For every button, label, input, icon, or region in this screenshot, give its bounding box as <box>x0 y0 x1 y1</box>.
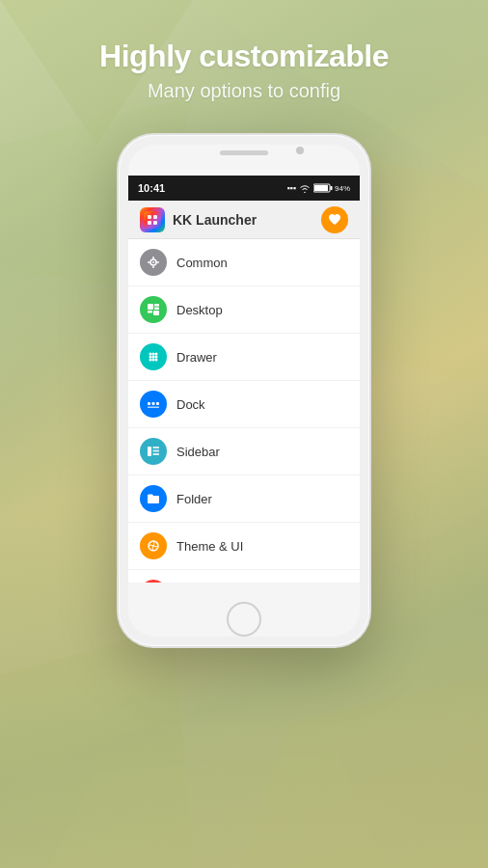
app-header-left: KK Launcher <box>140 207 257 232</box>
app-title: KK Launcher <box>173 212 257 228</box>
svg-rect-37 <box>156 402 159 405</box>
desktop-label: Desktop <box>176 303 223 317</box>
svg-rect-12 <box>153 215 157 219</box>
menu-item-drawer[interactable]: Drawer <box>128 334 360 381</box>
svg-rect-11 <box>148 215 151 219</box>
svg-point-27 <box>152 353 155 356</box>
svg-point-16 <box>152 261 154 263</box>
heart-icon[interactable] <box>321 206 348 233</box>
wifi-icon <box>299 183 311 193</box>
theme-icon <box>140 532 167 559</box>
svg-rect-21 <box>148 304 153 310</box>
phone-frame: 10:41 ▪▪▪ <box>119 135 369 646</box>
menu-list: CommonDesktopDrawerDockSidebarFolderThem… <box>128 239 360 583</box>
svg-point-33 <box>152 359 155 362</box>
dock-icon <box>140 391 167 418</box>
phone-speaker <box>220 150 268 155</box>
sidebar-label: Sidebar <box>176 445 220 459</box>
svg-rect-8 <box>330 186 332 190</box>
svg-rect-35 <box>148 402 150 405</box>
menu-item-sidebar[interactable]: Sidebar <box>128 428 360 475</box>
common-label: Common <box>176 256 228 270</box>
signal-icon: ▪▪▪ <box>286 183 296 193</box>
svg-point-31 <box>155 356 158 359</box>
svg-rect-36 <box>152 402 155 405</box>
battery-icon: 94% <box>313 183 350 193</box>
menu-item-desktop[interactable]: Desktop <box>128 286 360 334</box>
svg-point-29 <box>149 356 152 359</box>
svg-point-28 <box>155 353 158 356</box>
svg-point-30 <box>152 356 155 359</box>
dock-label: Dock <box>176 397 205 412</box>
menu-item-unread[interactable]: 3Unread Counts <box>128 570 360 583</box>
svg-rect-39 <box>148 447 151 456</box>
svg-rect-38 <box>148 407 159 409</box>
menu-item-theme[interactable]: Theme & UI <box>128 523 360 570</box>
common-icon <box>140 249 167 276</box>
svg-rect-42 <box>153 453 160 455</box>
svg-point-34 <box>155 359 158 362</box>
unread-icon: 3 <box>140 580 167 583</box>
menu-item-folder[interactable]: Folder <box>128 475 360 523</box>
drawer-label: Drawer <box>176 350 217 365</box>
svg-rect-9 <box>314 185 328 191</box>
drawer-icon <box>140 343 167 370</box>
header-area: Highly customizable Many options to conf… <box>0 39 488 102</box>
status-time: 10:41 <box>138 182 165 194</box>
folder-icon <box>140 485 167 512</box>
theme-label: Theme & UI <box>176 539 243 554</box>
battery-percent: 94% <box>335 184 350 193</box>
svg-point-26 <box>149 353 152 356</box>
svg-rect-41 <box>153 450 160 452</box>
status-bar: 10:41 ▪▪▪ <box>128 176 360 201</box>
sidebar-icon <box>140 438 167 465</box>
svg-rect-13 <box>148 221 151 225</box>
phone-inner: 10:41 ▪▪▪ <box>128 145 360 637</box>
phone-home-button[interactable] <box>227 602 261 637</box>
svg-rect-25 <box>153 311 159 315</box>
desktop-icon <box>140 296 167 323</box>
phone-screen: 10:41 ▪▪▪ <box>128 176 360 583</box>
svg-rect-23 <box>154 308 159 311</box>
folder-label: Folder <box>176 492 212 506</box>
svg-rect-10 <box>144 211 161 229</box>
svg-rect-24 <box>148 311 152 313</box>
svg-rect-14 <box>153 221 157 225</box>
app-header: KK Launcher <box>128 201 360 239</box>
sub-title: Many options to config <box>0 80 488 102</box>
menu-item-dock[interactable]: Dock <box>128 381 360 428</box>
svg-rect-40 <box>153 447 160 448</box>
app-icon <box>140 207 165 232</box>
svg-rect-22 <box>154 304 159 307</box>
status-right: ▪▪▪ 94% <box>286 183 350 193</box>
menu-item-common[interactable]: Common <box>128 239 360 286</box>
svg-point-32 <box>149 359 152 362</box>
phone-camera <box>296 147 304 154</box>
main-title: Highly customizable <box>0 39 488 74</box>
